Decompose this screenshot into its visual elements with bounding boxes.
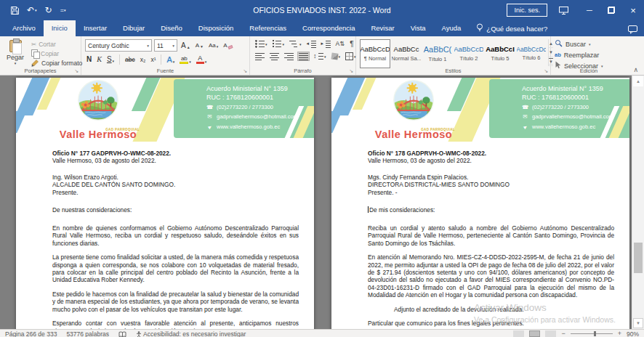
zoom-slider-thumb[interactable]	[594, 331, 596, 336]
search-icon	[555, 39, 563, 49]
zoom-out-icon[interactable]: −	[561, 330, 565, 337]
font-dialog-launcher-icon[interactable]: ↘	[243, 68, 247, 74]
statusbar: Página 266 de 333 53776 palabras Accesib…	[0, 329, 644, 337]
superscript-button[interactable]: x¹	[149, 57, 157, 63]
tab-diseno[interactable]: Diseño	[153, 20, 190, 36]
tab-insertar[interactable]: Insertar	[76, 20, 115, 36]
underline-button[interactable]: S▾	[105, 56, 116, 63]
style-card-titulo1[interactable]: AaBbC(Título 1	[422, 39, 453, 68]
numbering-button[interactable]: ▾	[271, 39, 286, 49]
justify-button[interactable]	[297, 52, 310, 61]
letter-paragraph: Esperando contar con vuestra favorable a…	[52, 320, 299, 329]
shading-button[interactable]: ▾	[330, 52, 342, 60]
word-count-label[interactable]: 53776 palabras	[66, 330, 109, 337]
tab-ayuda[interactable]: Ayuda	[434, 20, 470, 36]
sort-button[interactable]: A⇅	[334, 40, 347, 48]
highlight-button[interactable]: ab▾	[178, 56, 193, 64]
style-card-titulo5[interactable]: AaBbCcITítulo 5	[485, 39, 515, 68]
text-effects-button[interactable]: A▾	[165, 56, 176, 64]
indent-icon	[321, 40, 331, 48]
tab-archivo[interactable]: Archivo	[4, 20, 44, 36]
tab-disposicion[interactable]: Disposición	[190, 20, 242, 36]
font-size-select[interactable]: 11▾	[154, 39, 177, 52]
clear-formatting-button[interactable]: A	[222, 43, 233, 49]
show-marks-button[interactable]: ¶	[348, 39, 355, 49]
vertical-scrollbar[interactable]: ▲ ▼	[632, 76, 644, 329]
scroll-down-icon[interactable]: ▼	[633, 318, 643, 328]
document-page-2[interactable]: Valle Hermoso GAD PARROQUIAL Acuerdo Min…	[331, 78, 629, 329]
cut-button[interactable]: ✂Cortar	[31, 41, 82, 48]
bullets-button[interactable]: ▾	[254, 39, 269, 49]
paragraph-dialog-launcher-icon[interactable]: ↘	[349, 68, 353, 74]
tab-revisar[interactable]: Revisar	[363, 20, 402, 36]
signin-button[interactable]: Inic. ses.	[507, 4, 547, 17]
qat-customize-icon[interactable]: =▾	[60, 7, 65, 14]
find-button[interactable]: Buscar▾	[555, 39, 623, 49]
style-card-titulo2[interactable]: AaBbCcDTítulo 2	[454, 39, 484, 68]
print-layout-button[interactable]	[529, 330, 540, 337]
recipient-presente: Presente.	[52, 189, 299, 196]
font-color-button[interactable]: A▾	[195, 55, 209, 64]
letterhead-stripe-blue-small	[331, 111, 342, 133]
save-icon[interactable]	[11, 7, 19, 15]
bold-button[interactable]: N	[85, 56, 93, 63]
styles-dialog-launcher-icon[interactable]: ↘	[544, 68, 548, 74]
letter-body[interactable]: Oficio N° 177 GADPRVH-O-WMC-08-2022. Val…	[16, 150, 314, 329]
page-count-label[interactable]: Página 266 de 333	[5, 330, 57, 337]
close-button[interactable]: ×	[622, 0, 644, 20]
line-spacing-button[interactable]: ▾	[312, 52, 328, 61]
document-page-1[interactable]: Valle Hermoso GAD PARROQUIAL Acuerdo Min…	[16, 78, 314, 329]
letter-body[interactable]: Oficio N° 178 GADPRVH-O-WMC-08-2022. Val…	[331, 150, 629, 328]
decrease-indent-button[interactable]	[305, 39, 318, 49]
multilevel-list-button[interactable]: ▾	[288, 39, 303, 49]
proofing-icon[interactable]	[118, 330, 126, 337]
feedback-comment-icon[interactable]	[628, 24, 637, 37]
redo-icon[interactable]: ↻	[45, 6, 52, 15]
accessibility-label[interactable]: Accesibilidad: es necesario investigar	[136, 330, 246, 337]
group-label-styles: Estilos	[356, 68, 550, 74]
group-label-editing: Edición	[551, 68, 627, 74]
restore-button[interactable]	[600, 0, 622, 20]
scroll-up-icon[interactable]: ▲	[633, 76, 643, 86]
format-painter-button[interactable]: Copiar formato	[31, 59, 82, 68]
grow-font-button[interactable]: A▲	[180, 42, 192, 49]
scrollbar-thumb[interactable]	[634, 243, 643, 273]
read-mode-button[interactable]	[513, 330, 524, 337]
align-center-button[interactable]	[268, 52, 281, 61]
align-right-button[interactable]	[283, 52, 295, 61]
minimize-button[interactable]: ─	[579, 0, 600, 20]
zoom-level-label[interactable]: 90%	[627, 330, 639, 337]
tellme-box[interactable]: ¿Qué desea hacer?	[469, 20, 555, 36]
italic-button[interactable]: K	[95, 56, 103, 63]
zoom-in-icon[interactable]: +	[618, 330, 621, 337]
style-card-normal-sangria[interactable]: AaBbCcNormal Sa...	[391, 39, 422, 68]
acuerdo-line: Acuerdo Ministerial N° 1359	[522, 85, 624, 94]
letter-paragraph: Este pedido le hacemos con la finalidad …	[52, 291, 299, 313]
font-name-select[interactable]: Century Gothic▾	[85, 39, 152, 52]
strikethrough-button[interactable]: abc	[124, 57, 137, 63]
paste-button[interactable]: Pegar ▾	[4, 39, 27, 66]
shrink-font-button[interactable]: A▼	[194, 43, 205, 49]
replace-button[interactable]: abReemplazar	[555, 50, 623, 60]
tab-dibujar[interactable]: Dibujar	[115, 20, 153, 36]
style-card-normal[interactable]: AaBbCcD¶ Normal	[360, 39, 390, 68]
subscript-button[interactable]: x₂	[139, 57, 148, 63]
tab-vista[interactable]: Vista	[403, 20, 434, 36]
undo-icon[interactable]: ↶▾	[27, 6, 37, 15]
style-card-titulo6[interactable]: AaBbCcDcTítulo 6	[516, 39, 547, 68]
align-left-button[interactable]	[254, 52, 266, 61]
tab-referencias[interactable]: Referencias	[241, 20, 294, 36]
display-settings-icon[interactable]	[559, 7, 568, 15]
borders-button[interactable]: ▾	[344, 52, 358, 61]
borders-icon	[345, 52, 353, 60]
tab-inicio[interactable]: Inicio	[44, 20, 76, 36]
increase-indent-button[interactable]	[320, 39, 332, 49]
tab-correspondencia[interactable]: Correspondencia	[294, 20, 363, 36]
letter-paragraph: En atención al Memorando Nro. MIES-CZ-4-…	[368, 253, 614, 299]
web-layout-button[interactable]	[545, 330, 556, 337]
zoom-slider[interactable]	[571, 333, 613, 334]
change-case-button[interactable]: Aa▾	[207, 43, 220, 49]
copy-button[interactable]: Copiar	[31, 49, 82, 57]
collapse-ribbon-icon[interactable]: ∧	[633, 66, 638, 73]
clipboard-dialog-launcher-icon[interactable]: ↘	[74, 68, 79, 74]
